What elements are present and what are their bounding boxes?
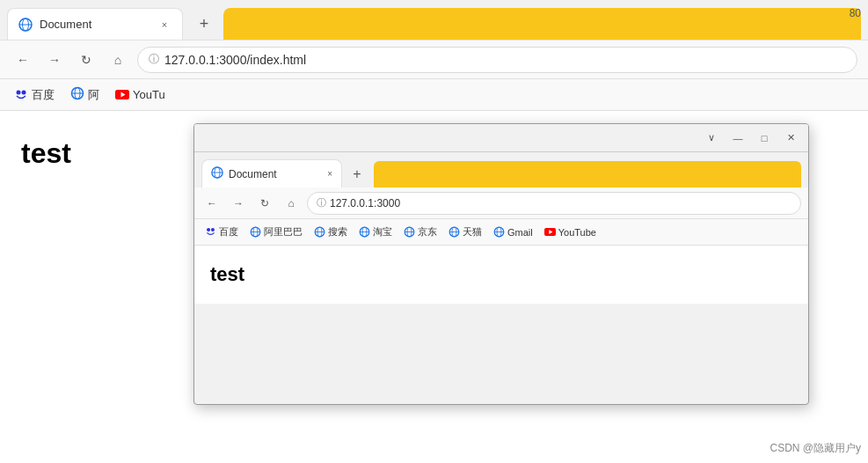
inner-address-text: 127.0.0.1:3000 <box>330 197 400 209</box>
inner-bookmark-jd[interactable]: 京东 <box>398 224 442 240</box>
youtube-icon <box>115 88 129 102</box>
bookmark-youtube-outer[interactable]: YouTu <box>108 85 172 106</box>
inner-bookmark-taobao[interactable]: 淘宝 <box>354 224 398 240</box>
bookmark-globe-icon <box>70 86 84 103</box>
bookmark-baidu-label: 百度 <box>32 87 55 103</box>
outer-page-title: test <box>21 137 71 169</box>
inner-bookmark-tmall-label: 天猫 <box>463 225 482 239</box>
outer-tab-close-button[interactable]: × <box>157 18 171 32</box>
svg-point-14 <box>211 228 215 232</box>
outer-tab-title: Document <box>40 18 150 31</box>
svg-point-3 <box>17 90 21 94</box>
tab-count: 80 <box>850 7 861 19</box>
back-button[interactable]: ← <box>11 48 35 72</box>
bookmark-alibabalabel[interactable]: 阿 <box>63 83 106 107</box>
inner-titlebar: ∨ — □ ✕ <box>194 124 808 152</box>
inner-bookmark-search[interactable]: 搜索 <box>309 224 353 240</box>
address-security-icon: ⓘ <box>149 52 159 67</box>
inner-new-tab-button[interactable]: + <box>344 161 370 187</box>
inner-address-security-icon: ⓘ <box>317 196 326 209</box>
inner-nav-bar: ← → ↻ ⌂ ⓘ 127.0.0.1:3000 <box>194 187 808 219</box>
inner-bookmark-tmall[interactable]: 天猫 <box>443 224 487 240</box>
bookmark-youtube-label: YouTu <box>133 88 165 101</box>
inner-youtube-icon <box>544 228 556 236</box>
inner-bookmark-baidu[interactable]: 百度 <box>200 224 244 240</box>
inner-globe-icon-4 <box>404 226 415 238</box>
inner-tab-title: Document <box>229 168 277 180</box>
inner-maximize-button[interactable]: □ <box>754 128 775 149</box>
inner-baidu-icon <box>205 226 216 238</box>
tab-site-icon <box>18 18 33 32</box>
inner-chevron-button[interactable]: ∨ <box>701 128 722 149</box>
inner-tab-remainder <box>374 161 801 187</box>
inner-globe-icon-3 <box>359 226 370 238</box>
outer-browser: Document × + 80 ← → ↻ ⌂ ⓘ 127.0.0.1:3000… <box>0 0 868 463</box>
inner-globe-icon-2 <box>314 226 325 238</box>
inner-bookmark-youtube[interactable]: YouTube <box>539 225 602 239</box>
inner-bookmark-gmail[interactable]: Gmail <box>488 224 538 239</box>
inner-page-title: test <box>210 263 244 285</box>
new-tab-button[interactable]: + <box>188 8 220 40</box>
inner-globe-icon-5 <box>449 226 460 238</box>
outer-tab-bar: Document × + 80 <box>0 0 868 40</box>
inner-forward-button[interactable]: → <box>228 193 249 214</box>
inner-globe-icon-6 <box>493 226 505 238</box>
outer-active-tab[interactable]: Document × <box>7 8 183 40</box>
tab-bar-remainder <box>223 8 861 40</box>
inner-address-bar[interactable]: ⓘ 127.0.0.1:3000 <box>307 192 801 215</box>
inner-close-button[interactable]: ✕ <box>780 128 801 149</box>
inner-back-button[interactable]: ← <box>201 193 222 214</box>
outer-address-bar[interactable]: ⓘ 127.0.0.1:3000/index.html <box>137 47 857 73</box>
svg-point-13 <box>207 228 210 232</box>
inner-bookmark-taobao-label: 淘宝 <box>373 225 392 239</box>
inner-browser-window: ∨ — □ ✕ Document × + <box>193 123 809 405</box>
reload-button[interactable]: ↻ <box>74 48 98 72</box>
inner-tab-site-icon <box>211 166 223 181</box>
inner-reload-button[interactable]: ↻ <box>254 193 275 214</box>
bookmark-alibaba-label: 阿 <box>88 87 99 103</box>
inner-titlebar-controls: ∨ — □ ✕ <box>701 128 801 149</box>
inner-bookmark-youtube-label: YouTube <box>558 227 596 238</box>
inner-bookmarks-bar: 百度 阿里巴巴 搜索 <box>194 219 808 246</box>
inner-bookmark-jd-label: 京东 <box>418 225 437 239</box>
inner-bookmark-search-label: 搜索 <box>328 225 347 239</box>
outer-nav-bar: ← → ↻ ⌂ ⓘ 127.0.0.1:3000/index.html <box>0 40 868 79</box>
inner-bookmark-gmail-label: Gmail <box>507 227 533 238</box>
address-text: 127.0.0.1:3000/index.html <box>164 53 306 67</box>
baidu-icon <box>14 88 28 102</box>
outer-bookmarks-bar: 百度 阿 YouTu <box>0 79 868 111</box>
forward-button[interactable]: → <box>42 48 67 72</box>
inner-page-content: test <box>194 246 808 304</box>
inner-bookmark-baidu-label: 百度 <box>219 225 238 239</box>
inner-minimize-button[interactable]: — <box>727 128 748 149</box>
bookmark-baidu[interactable]: 百度 <box>7 84 62 107</box>
svg-point-4 <box>22 90 26 94</box>
inner-bookmark-alibaba[interactable]: 阿里巴巴 <box>244 224 308 240</box>
inner-home-button[interactable]: ⌂ <box>281 193 302 214</box>
home-button[interactable]: ⌂ <box>106 48 130 72</box>
inner-globe-icon-1 <box>250 226 261 238</box>
inner-bookmark-alibaba-label: 阿里巴巴 <box>264 225 303 239</box>
inner-active-tab[interactable]: Document × <box>201 159 342 187</box>
inner-tab-bar: Document × + <box>194 152 808 187</box>
inner-tab-close-button[interactable]: × <box>327 169 332 179</box>
watermark: CSDN @隐藏用户y <box>770 441 861 456</box>
